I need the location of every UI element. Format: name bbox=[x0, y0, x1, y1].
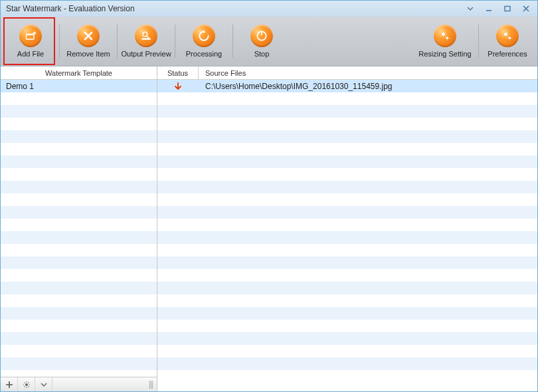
template-row[interactable] bbox=[1, 206, 157, 219]
template-header: Watermark Template bbox=[1, 66, 157, 80]
svg-point-12 bbox=[25, 383, 28, 386]
template-row[interactable] bbox=[1, 244, 157, 256]
file-row[interactable] bbox=[157, 307, 537, 320]
template-row[interactable] bbox=[1, 231, 157, 244]
remove-item-label: Remove Item bbox=[66, 50, 110, 58]
toolbar-separator bbox=[175, 25, 175, 58]
files-list[interactable]: C:\Users\Home\Desktop\IMG_20161030_11545… bbox=[157, 80, 537, 391]
status-column-header[interactable]: Status bbox=[157, 66, 199, 79]
window-title: Star Watermark - Evaluation Version bbox=[6, 4, 135, 13]
svg-rect-5 bbox=[141, 38, 150, 40]
template-row[interactable] bbox=[1, 168, 157, 181]
resizing-setting-label: Resizing Setting bbox=[418, 50, 472, 58]
remove-item-button[interactable]: Remove Item bbox=[62, 20, 114, 62]
template-toolbar bbox=[1, 377, 157, 391]
stop-icon bbox=[250, 25, 273, 47]
file-row[interactable] bbox=[157, 105, 537, 118]
template-row[interactable] bbox=[1, 332, 157, 345]
processing-icon bbox=[193, 25, 215, 47]
files-pane: Status Source Files C:\Users\Home\Deskto… bbox=[157, 66, 537, 391]
template-row[interactable] bbox=[1, 193, 157, 206]
svg-rect-1 bbox=[505, 7, 510, 11]
down-arrow-icon bbox=[174, 82, 182, 90]
template-row[interactable] bbox=[1, 219, 157, 231]
file-row[interactable] bbox=[157, 168, 537, 181]
file-row[interactable] bbox=[157, 357, 537, 370]
add-template-button[interactable] bbox=[1, 377, 18, 392]
template-row[interactable] bbox=[1, 269, 157, 282]
file-row[interactable] bbox=[157, 370, 537, 383]
template-row[interactable] bbox=[1, 155, 157, 168]
file-row[interactable] bbox=[157, 256, 537, 269]
file-row[interactable] bbox=[157, 206, 537, 219]
file-row[interactable] bbox=[157, 181, 537, 193]
template-list[interactable]: Demo 1 bbox=[1, 80, 157, 377]
source-column-header[interactable]: Source Files bbox=[199, 66, 537, 79]
template-row[interactable] bbox=[1, 256, 157, 269]
file-row[interactable] bbox=[157, 231, 537, 244]
preferences-icon bbox=[496, 25, 519, 47]
file-row[interactable] bbox=[157, 130, 537, 143]
close-icon[interactable] bbox=[517, 3, 535, 15]
template-row[interactable] bbox=[1, 282, 157, 294]
toolbar-separator bbox=[59, 25, 60, 58]
template-row[interactable] bbox=[1, 130, 157, 143]
maximize-icon[interactable] bbox=[499, 3, 516, 15]
file-row[interactable] bbox=[157, 244, 537, 256]
file-row[interactable] bbox=[157, 143, 537, 155]
template-row[interactable] bbox=[1, 357, 157, 370]
file-row[interactable] bbox=[157, 320, 537, 332]
pane-resize-handle[interactable] bbox=[145, 381, 157, 389]
remove-item-icon bbox=[77, 25, 100, 47]
svg-point-8 bbox=[442, 33, 445, 36]
template-row[interactable]: Demo 1 bbox=[1, 80, 157, 92]
status-cell bbox=[157, 82, 199, 90]
svg-point-9 bbox=[446, 37, 449, 40]
toolbar-separator bbox=[478, 25, 479, 58]
file-row[interactable] bbox=[157, 269, 537, 282]
stop-button[interactable]: Stop bbox=[236, 20, 288, 62]
template-pane: Watermark Template Demo 1 bbox=[1, 66, 157, 391]
file-row[interactable] bbox=[157, 332, 537, 345]
file-row[interactable]: C:\Users\Home\Desktop\IMG_20161030_11545… bbox=[157, 80, 537, 92]
resizing-setting-button[interactable]: Resizing Setting bbox=[414, 20, 476, 62]
file-row[interactable] bbox=[157, 219, 537, 231]
template-row[interactable] bbox=[1, 345, 157, 357]
processing-label: Processing bbox=[186, 50, 222, 58]
files-header-row: Status Source Files bbox=[157, 66, 537, 80]
template-settings-button[interactable] bbox=[18, 377, 35, 392]
preferences-label: Preferences bbox=[488, 50, 527, 58]
output-preview-icon bbox=[135, 25, 157, 47]
file-row[interactable] bbox=[157, 155, 537, 168]
template-row[interactable] bbox=[1, 105, 157, 118]
file-row[interactable] bbox=[157, 193, 537, 206]
template-dropdown-button[interactable] bbox=[35, 377, 52, 392]
output-preview-button[interactable]: Output Preview bbox=[120, 20, 172, 62]
file-row[interactable] bbox=[157, 92, 537, 105]
output-preview-label: Output Preview bbox=[121, 50, 171, 58]
processing-button[interactable]: Processing bbox=[178, 20, 230, 62]
template-row[interactable] bbox=[1, 294, 157, 307]
svg-rect-0 bbox=[486, 10, 492, 11]
file-row[interactable] bbox=[157, 294, 537, 307]
template-row[interactable] bbox=[1, 118, 157, 130]
template-row[interactable] bbox=[1, 307, 157, 320]
file-row[interactable] bbox=[157, 345, 537, 357]
template-row[interactable] bbox=[1, 181, 157, 193]
add-file-icon bbox=[19, 25, 42, 47]
template-row[interactable] bbox=[1, 320, 157, 332]
minimize-icon[interactable] bbox=[480, 3, 497, 15]
file-row[interactable] bbox=[157, 282, 537, 294]
preferences-button[interactable]: Preferences bbox=[482, 20, 533, 62]
toolbar-separator bbox=[232, 25, 233, 58]
template-row[interactable] bbox=[1, 143, 157, 155]
titlebar: Star Watermark - Evaluation Version bbox=[1, 1, 537, 17]
dropdown-icon[interactable] bbox=[462, 3, 479, 15]
add-file-button[interactable]: Add File bbox=[5, 20, 56, 62]
template-row[interactable] bbox=[1, 92, 157, 105]
template-name: Demo 1 bbox=[6, 82, 34, 91]
svg-point-11 bbox=[509, 37, 511, 40]
file-row[interactable] bbox=[157, 118, 537, 130]
svg-rect-2 bbox=[26, 35, 34, 39]
svg-point-4 bbox=[143, 32, 147, 37]
